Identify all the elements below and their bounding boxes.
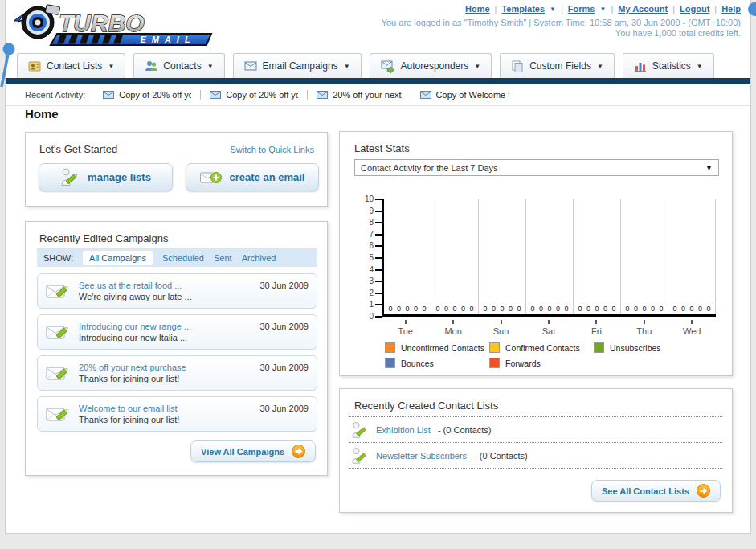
y-axis-tick-label: 5 xyxy=(354,253,374,262)
y-axis-tick xyxy=(375,211,382,212)
chevron-down-icon: ▼ xyxy=(597,63,603,70)
chart-day-column: 00000 xyxy=(431,199,479,314)
chart-day-column: 00000 xyxy=(479,199,526,314)
chart-legend: Unconfirmed ContactsConfirmed ContactsUn… xyxy=(385,342,714,373)
y-axis-tick xyxy=(375,316,382,318)
recent-activity-item[interactable]: Copy of 20% off yo xyxy=(103,90,201,100)
see-all-contact-lists-button[interactable]: See All Contact Lists xyxy=(591,480,721,502)
switch-quick-links-link[interactable]: Switch to Quick Links xyxy=(230,145,314,154)
filter-scheduled[interactable]: Scheduled xyxy=(162,253,204,263)
nav-separator: | xyxy=(495,4,497,14)
value-label: 0 xyxy=(634,305,638,313)
value-label: 0 xyxy=(414,305,418,313)
tab-statistics[interactable]: Statistics ▼ xyxy=(623,53,714,78)
envelope-icon xyxy=(103,91,114,99)
value-label: 0 xyxy=(595,305,599,313)
value-label: 0 xyxy=(689,305,693,313)
chevron-down-icon: ▼ xyxy=(550,6,556,13)
value-label: 0 xyxy=(556,305,560,313)
campaign-date: 30 Jun 2009 xyxy=(259,274,309,290)
show-label: SHOW: xyxy=(43,253,73,263)
x-axis-tick-label: Tue xyxy=(382,326,430,336)
legend-swatch xyxy=(385,358,395,368)
manage-lists-button[interactable]: manage lists xyxy=(39,163,173,191)
y-axis-tick xyxy=(375,293,382,294)
button-label: View All Campaigns xyxy=(201,447,284,457)
recent-activity-item[interactable]: 20% off your next xyxy=(317,90,411,100)
nav-link-templates[interactable]: Templates xyxy=(501,4,545,14)
contact-list-name-link[interactable]: Newsletter Subscribers xyxy=(376,451,467,461)
campaign-row[interactable]: See us at the retail food ... We're givi… xyxy=(37,273,317,309)
value-label: 0 xyxy=(461,305,465,313)
value-label: 0 xyxy=(611,305,615,313)
person-pencil-icon xyxy=(351,420,369,440)
recent-item-label: Copy of 20% off yo xyxy=(226,90,298,100)
stats-period-select[interactable]: Contact Activity for the Last 7 Days ▼ xyxy=(354,159,719,176)
chevron-down-icon: ▼ xyxy=(474,63,480,70)
recent-item-label: Copy of Welcome to xyxy=(436,90,509,100)
annotation-dot-icon xyxy=(748,2,756,16)
login-status-text: You are logged in as "Timothy Smith" | S… xyxy=(382,18,741,27)
recent-activity-item[interactable]: Copy of Welcome to xyxy=(420,90,517,100)
tab-label: Statistics xyxy=(652,60,691,72)
latest-stats-panel: Latest Stats Contact Activity for the La… xyxy=(339,131,733,376)
nav-link-my-account[interactable]: My Account xyxy=(618,4,668,14)
campaign-title-link[interactable]: 20% off your next purchase xyxy=(79,362,186,373)
main-page-container: TURBO EMAIL Home | Templates ▼ | Forms ▼… xyxy=(5,0,751,534)
campaign-title-link[interactable]: Introducing our new range ... xyxy=(79,321,191,332)
contact-list-row[interactable]: Newsletter Subscribers - (0 Contacts) xyxy=(351,445,528,467)
view-all-campaigns-button[interactable]: View All Campaigns xyxy=(190,440,316,462)
campaign-title-link[interactable]: See us at the retail food ... xyxy=(79,280,192,291)
chevron-down-icon: ▼ xyxy=(108,63,114,70)
create-email-button[interactable]: create an email xyxy=(186,163,319,191)
value-label: 0 xyxy=(578,305,582,313)
value-labels: 00000 xyxy=(574,305,620,313)
recent-item-label: Copy of 20% off yo xyxy=(119,90,191,100)
campaign-title-link[interactable]: Welcome to our email list xyxy=(79,403,179,414)
value-label: 0 xyxy=(517,305,521,313)
chart-day-column: 00000 xyxy=(384,199,431,314)
tab-contact-lists[interactable]: Contact Lists ▼ xyxy=(17,53,125,78)
y-axis-tick xyxy=(375,199,382,200)
tab-autoresponders[interactable]: Autoresponders ▼ xyxy=(370,53,492,78)
contact-list-name-link[interactable]: Exhibition List xyxy=(376,425,431,435)
dotted-divider xyxy=(349,416,722,417)
y-axis-tick xyxy=(375,269,382,271)
campaign-row[interactable]: Introducing our new range ... Introducin… xyxy=(37,314,317,350)
chevron-down-icon: ▼ xyxy=(697,63,703,70)
x-axis-tick xyxy=(452,320,454,324)
legend-swatch xyxy=(489,342,500,353)
filter-all-campaigns[interactable]: All Campaigns xyxy=(83,251,153,265)
y-axis-tick xyxy=(375,304,382,305)
credits-status-text: You have 1,000 total credits left. xyxy=(615,28,741,38)
tab-custom-fields[interactable]: Custom Fields ▼ xyxy=(500,53,615,78)
tab-label: Custom Fields xyxy=(529,60,591,72)
legend-item: Unsubscribes xyxy=(594,342,698,353)
people-icon xyxy=(145,59,157,72)
nav-link-help[interactable]: Help xyxy=(721,4,741,14)
documents-icon xyxy=(511,59,524,72)
value-label: 0 xyxy=(444,305,448,313)
recent-activity-item[interactable]: Copy of 20% off yo xyxy=(210,90,308,100)
y-axis-tick xyxy=(375,245,382,247)
page-title: Home xyxy=(25,107,59,121)
x-axis-tick-label: Fri xyxy=(572,326,620,336)
tab-contacts[interactable]: Contacts ▼ xyxy=(133,53,224,78)
y-axis-tick xyxy=(375,281,382,282)
filter-sent[interactable]: Sent xyxy=(214,253,232,263)
nav-link-home[interactable]: Home xyxy=(465,4,490,14)
campaign-subtitle: Introducing our new Italia ... xyxy=(79,332,191,343)
annotation-pin-icon xyxy=(0,42,19,90)
nav-link-logout[interactable]: Logout xyxy=(680,4,709,14)
contact-lists-panel: Recently Created Contact Lists Exhibitio… xyxy=(339,388,733,513)
campaign-row[interactable]: Welcome to our email list Thanks for joi… xyxy=(37,396,317,432)
contact-list-row[interactable]: Exhibition List - (0 Contacts) xyxy=(351,419,492,441)
campaign-row[interactable]: 20% off your next purchase Thanks for jo… xyxy=(37,355,317,391)
contact-list-count: - (0 Contacts) xyxy=(474,451,528,461)
stats-plot-area: 00000000000000000000000000000000000 xyxy=(382,199,716,317)
nav-link-forms[interactable]: Forms xyxy=(568,4,595,14)
filter-archived[interactable]: Archived xyxy=(242,253,276,263)
contact-activity-chart: 0123456789100000000000000000000000000000… xyxy=(354,195,719,343)
campaign-list: See us at the retail food ... We're givi… xyxy=(37,273,317,437)
tab-email-campaigns[interactable]: Email Campaigns ▼ xyxy=(233,53,362,78)
